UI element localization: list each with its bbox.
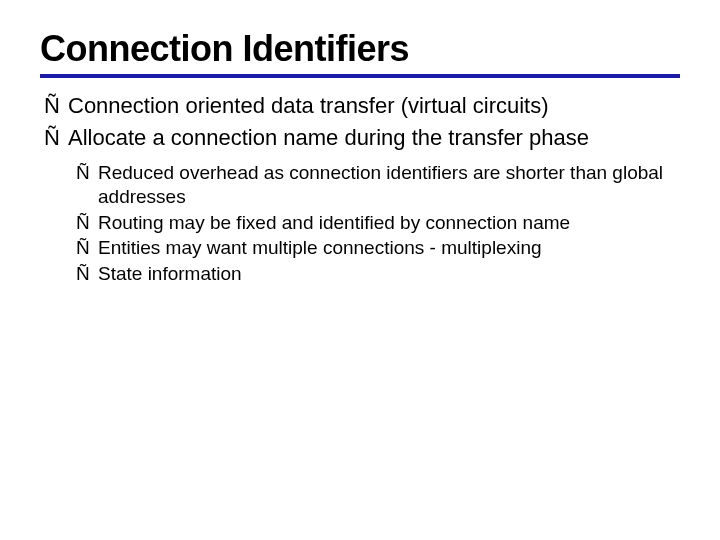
- list-item: Connection oriented data transfer (virtu…: [40, 92, 680, 120]
- list-item: Reduced overhead as connection identifie…: [74, 161, 680, 209]
- list-item: Entities may want multiple connections -…: [74, 236, 680, 260]
- list-item: State information: [74, 262, 680, 286]
- list-item: Allocate a connection name during the tr…: [40, 124, 680, 152]
- sub-list: Reduced overhead as connection identifie…: [74, 161, 680, 286]
- main-list: Connection oriented data transfer (virtu…: [40, 92, 680, 151]
- list-item: Routing may be fixed and identified by c…: [74, 211, 680, 235]
- slide-title: Connection Identifiers: [40, 28, 680, 78]
